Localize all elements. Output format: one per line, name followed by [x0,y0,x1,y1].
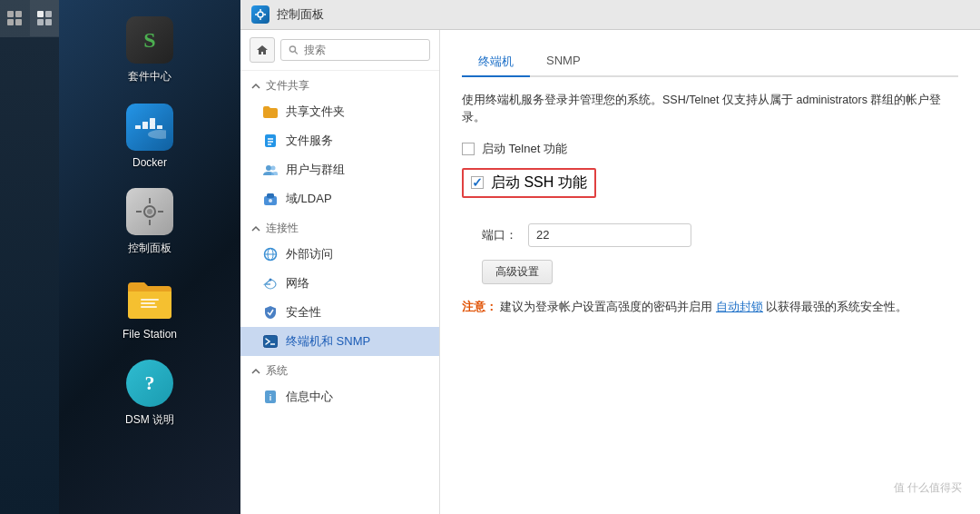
svg-rect-7 [45,19,52,25]
search-icon [289,44,299,55]
desktop: S 套件中心 Docker [59,0,240,514]
note-suffix: 以获得最强的系统安全性。 [766,301,907,313]
port-row: 端口： [482,223,958,247]
suite-center-icon: S [126,16,173,64]
file-station-icon [126,275,173,322]
sidebar-search-input-wrapper[interactable] [280,39,430,61]
svg-rect-0 [7,11,14,17]
file-service-icon [262,133,279,149]
desktop-icon-file-station[interactable]: File Station [68,268,231,348]
control-panel-icon [126,188,173,235]
search-input[interactable] [304,44,422,56]
desktop-icon-dsm-help[interactable]: ? DSM 说明 [68,352,231,435]
sidebar-item-info-center[interactable]: i 信息中心 [240,382,439,411]
info-center-icon: i [262,389,279,405]
sidebar-search-row [240,30,439,71]
note-prefix: 注意： [462,301,497,313]
svg-text:i: i [270,393,272,402]
taskbar-top [0,0,59,37]
svg-point-22 [147,209,152,214]
svg-rect-2 [7,19,14,25]
sidebar-item-terminal-snmp[interactable]: 终端机和 SNMP [240,327,439,356]
svg-rect-1 [15,11,22,17]
watermark: 值 什么值得买 [894,480,962,496]
svg-rect-13 [150,122,155,125]
content-body: 文件共享 共享文件夹 [240,30,980,514]
sidebar-item-file-service[interactable]: 文件服务 [240,126,439,155]
svg-rect-25 [141,306,157,308]
sidebar-item-shared-folder[interactable]: 共享文件夹 [240,97,439,126]
tab-snmp[interactable]: SNMP [530,48,597,77]
sidebar-section-file-sharing-header[interactable]: 文件共享 [240,71,439,97]
sidebar-home-btn[interactable] [250,37,275,63]
svg-rect-4 [37,11,44,17]
suite-center-label: 套件中心 [128,69,172,84]
svg-rect-11 [142,125,148,129]
external-access-icon [262,246,279,262]
svg-rect-15 [157,125,162,129]
network-label: 网络 [286,275,309,292]
advanced-settings-button[interactable]: 高级设置 [482,260,553,284]
sidebar-section-file-sharing: 文件共享 共享文件夹 [240,71,439,213]
ssh-checkbox[interactable]: ✓ [471,176,484,189]
note-text: 建议为登录帐户设置高强度的密码并启用 [500,301,715,313]
sidebar-section-system-header[interactable]: 系统 [240,356,439,382]
sidebar-item-external-access[interactable]: 外部访问 [240,240,439,269]
sidebar-section-connectivity: 连接性 外部访问 [240,213,439,356]
right-panel: 终端机 SNMP 使用终端机服务登录并管理您的系统。SSH/Telnet 仅支持… [440,30,980,514]
svg-rect-10 [142,122,148,125]
chevron-system-icon [251,367,260,376]
tabs-row: 终端机 SNMP [462,48,958,77]
main-content: 控制面板 [240,0,980,514]
desktop-icon-docker[interactable]: Docker [68,96,231,176]
user-group-label: 用户与群组 [286,162,345,178]
svg-line-33 [295,51,298,54]
svg-text:?: ? [145,371,155,394]
sidebar-section-system: 系统 i 信息中心 [240,356,439,411]
domain-ldap-label: 域/LDAP [286,191,332,207]
svg-rect-3 [15,19,22,25]
sidebar-item-domain-ldap[interactable]: 域/LDAP [240,184,439,213]
svg-point-32 [289,46,295,52]
note-link[interactable]: 自动封锁 [716,301,763,313]
sidebar-section-connectivity-header[interactable]: 连接性 [240,213,439,240]
telnet-checkbox[interactable] [462,143,475,155]
file-sharing-label: 文件共享 [266,78,309,94]
sidebar: 文件共享 共享文件夹 [240,30,440,514]
port-label: 端口： [482,227,517,243]
file-station-label: File Station [122,328,177,341]
shared-folder-icon [262,104,279,120]
port-input[interactable] [528,223,691,247]
window-title: 控制面板 [277,6,324,23]
taskbar-grid-btn[interactable] [0,0,30,36]
sidebar-item-security[interactable]: 安全性 [240,298,439,327]
terminal-snmp-label: 终端机和 SNMP [286,333,370,350]
ssh-row-wrapper: ✓ 启动 SSH 功能 [462,168,958,211]
telnet-checkbox-row: 启动 Telnet 功能 [462,141,958,157]
desktop-icon-suite-center[interactable]: S 套件中心 [68,9,231,92]
svg-rect-12 [150,118,155,122]
svg-rect-34 [265,134,276,147]
network-icon [262,275,279,292]
sidebar-item-network[interactable]: 网络 [240,269,439,298]
svg-rect-6 [37,19,44,25]
svg-point-39 [271,166,276,171]
user-group-icon [262,162,279,178]
tab-terminal[interactable]: 终端机 [462,48,530,77]
taskbar-apps-btn[interactable] [30,0,60,36]
svg-point-27 [258,12,263,17]
docker-label: Docker [132,156,167,169]
connectivity-label: 连接性 [266,221,299,236]
chevron-up-icon [251,82,260,91]
svg-point-16 [148,130,166,139]
window-header: 控制面板 [240,0,980,30]
svg-rect-41 [267,193,274,198]
chevron-connectivity-icon [251,224,260,233]
svg-rect-14 [150,125,155,129]
ssh-label: 启动 SSH 功能 [491,173,587,193]
svg-rect-5 [45,11,52,17]
security-icon [262,304,279,321]
docker-icon [126,104,173,151]
desktop-icon-control-panel[interactable]: 控制面板 [68,181,231,263]
sidebar-item-user-group[interactable]: 用户与群组 [240,155,439,184]
